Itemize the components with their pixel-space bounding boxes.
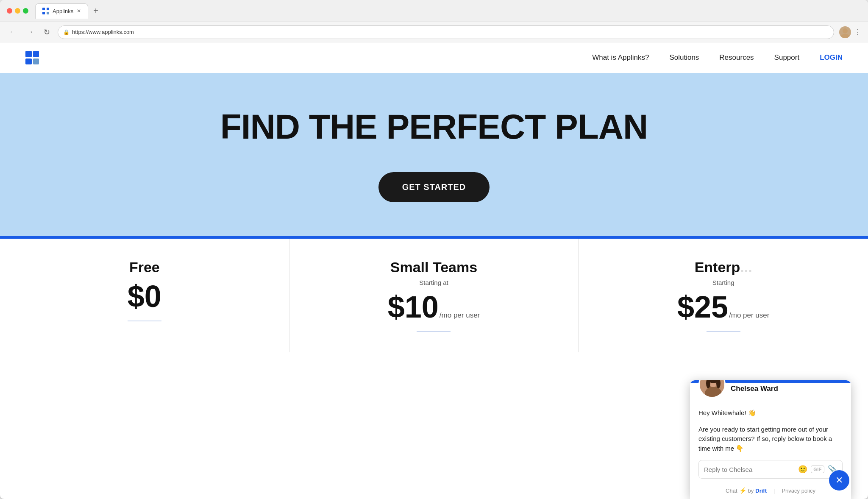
close-icon: ✕ [835,475,843,486]
chat-agent-avatar [698,380,726,398]
chat-input-icons: 🙂 GIF 📎 [798,465,837,474]
logo-dot-1 [25,51,32,57]
pricing-section: Free $0 Small Teams Starting at $10 /mo … [0,236,868,352]
nav-link-solutions[interactable]: Solutions [669,53,699,62]
address-bar[interactable]: 🔒 https://www.applinks.com [58,25,834,39]
chat-agent-name: Chelsea Ward [731,385,778,393]
nav-link-support[interactable]: Support [774,53,800,62]
tab-bar: Applinks ✕ + [35,3,102,19]
plan-subtitle-small-teams: Starting at [419,279,448,286]
chat-input-row[interactable]: 🙂 GIF 📎 [698,460,843,479]
chat-widget: Chelsea Ward Hey Whitewhale! 👋 Are you r… [690,380,851,499]
get-started-button[interactable]: GET STARTED [378,172,490,202]
lock-icon: 🔒 [63,29,70,35]
plan-subtitle-enterprise: Starting [712,279,734,286]
chat-message-body: Are you ready to start getting more out … [698,425,843,454]
plan-divider-free [128,321,161,321]
tab-close-icon[interactable]: ✕ [77,8,81,14]
plan-small-teams: Small Teams Starting at $10 /mo per user [289,239,579,352]
svg-rect-1 [47,8,49,10]
chat-reply-input[interactable] [704,466,795,473]
chat-footer: Chat ⚡ by Drift | Privacy policy [690,484,851,499]
nav-link-resources[interactable]: Resources [719,53,754,62]
plan-price-free: $0 [128,279,161,314]
chat-label: Chat [726,488,737,494]
tab-title: Applinks [53,8,73,14]
plan-enterprise: Enterp... Starting $25 /mo per user [579,239,868,352]
minimize-window-btn[interactable] [15,8,20,14]
chat-powered-by: Chat ⚡ by Drift [726,487,767,494]
close-window-btn[interactable] [7,8,12,14]
website-content: What is Applinks? Solutions Resources Su… [0,42,868,499]
gif-button[interactable]: GIF [811,466,824,473]
chat-message-greeting: Hey Whitewhale! 👋 [698,408,843,418]
active-tab[interactable]: Applinks ✕ [35,3,88,19]
browser-toolbar: ← → ↻ 🔒 https://www.applinks.com ⋮ [0,22,868,42]
window-controls [7,8,28,14]
plan-divider-enterprise [707,331,740,332]
browser-window: Applinks ✕ + ← → ↻ 🔒 https://www.applink… [0,0,868,499]
hero-title: FIND THE PERFECT PLAN [220,107,648,147]
plan-suffix-enterprise: /mo per user [729,311,769,320]
drift-brand-label: Drift [755,488,767,494]
plan-price-small-teams: $10 [388,290,439,324]
nav-link-what[interactable]: What is Applinks? [592,53,649,62]
user-avatar[interactable] [839,26,851,38]
logo-dot-3 [25,59,32,65]
chat-close-button[interactable]: ✕ [829,470,849,491]
logo-dot-4 [33,59,39,65]
logo-grid [25,51,39,64]
nav-link-login[interactable]: LOGIN [820,53,843,62]
forward-button[interactable]: → [24,26,36,38]
plan-name-free: Free [129,259,160,276]
site-logo[interactable] [25,51,39,64]
nav-links: What is Applinks? Solutions Resources Su… [592,53,843,62]
tab-favicon-icon [42,8,49,14]
hero-section: FIND THE PERFECT PLAN GET STARTED [0,73,868,236]
new-tab-button[interactable]: + [90,4,102,17]
plan-name-enterprise: Enterp... [695,259,752,276]
toolbar-end: ⋮ [839,26,861,38]
browser-titlebar: Applinks ✕ + [0,0,868,22]
emoji-icon[interactable]: 🙂 [798,465,807,474]
plan-suffix-small-teams: /mo per user [440,311,480,320]
back-button[interactable]: ← [7,26,19,38]
reload-button[interactable]: ↻ [41,26,53,38]
plan-divider-small-teams [417,331,451,332]
plan-price-enterprise: $25 [677,290,728,324]
url-text: https://www.applinks.com [72,29,134,35]
logo-dot-2 [33,51,39,57]
svg-point-4 [843,28,848,33]
maximize-window-btn[interactable] [23,8,28,14]
svg-rect-3 [47,12,49,14]
svg-rect-0 [42,8,45,10]
svg-point-5 [840,34,850,38]
site-nav: What is Applinks? Solutions Resources Su… [0,42,868,73]
svg-rect-2 [42,12,45,14]
chat-by-label: by [748,488,754,494]
plan-name-small-teams: Small Teams [390,259,477,276]
pricing-grid: Free $0 Small Teams Starting at $10 /mo … [0,239,868,352]
browser-menu-button[interactable]: ⋮ [854,28,861,36]
plan-free: Free $0 [0,239,289,352]
chat-body: Hey Whitewhale! 👋 Are you ready to start… [690,400,851,479]
privacy-policy-link[interactable]: Privacy policy [782,488,815,494]
